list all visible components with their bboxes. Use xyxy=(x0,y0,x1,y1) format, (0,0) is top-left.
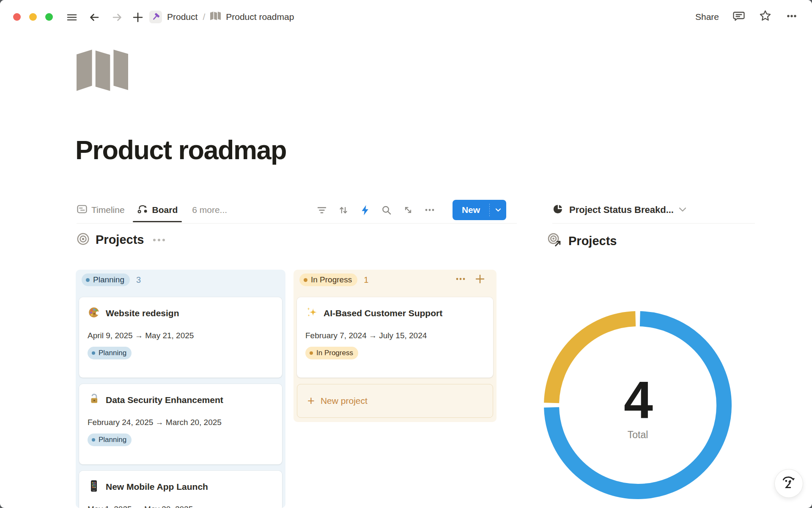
page-title: Product roadmap xyxy=(75,135,286,165)
automation-bolt-icon[interactable] xyxy=(359,204,370,215)
column-add-icon[interactable] xyxy=(475,273,486,286)
column-in-progress: In Progress 1 AI-Based Cus xyxy=(294,270,497,422)
card-dates: May 1, 2025 → May 30, 2025 xyxy=(88,505,274,508)
breadcrumb-separator: / xyxy=(203,12,205,22)
hamburger-menu-icon[interactable] xyxy=(66,11,78,23)
sort-icon[interactable] xyxy=(338,204,349,215)
pie-chart-icon xyxy=(552,203,564,217)
share-button[interactable]: Share xyxy=(695,12,719,22)
status-pill-label: Planning xyxy=(93,275,124,284)
board-columns: Planning 3 Website redesign April 9, 202… xyxy=(76,270,497,508)
board-section-title: Projects xyxy=(96,233,144,247)
board-icon xyxy=(137,203,148,217)
new-button[interactable]: New xyxy=(453,200,506,220)
view-options-icon[interactable] xyxy=(424,204,435,215)
view-tab-bar: Timeline Board 6 more... xyxy=(77,197,517,224)
filter-icon[interactable] xyxy=(316,204,327,215)
column-count: 3 xyxy=(136,275,141,285)
chevron-down-icon[interactable] xyxy=(490,208,506,212)
tab-board-label: Board xyxy=(152,205,178,215)
chart-selector-bar: Project Status Breakd... xyxy=(552,197,755,224)
status-pill-planning[interactable]: Planning xyxy=(82,273,130,286)
zoom-window-button[interactable] xyxy=(45,13,53,21)
column-in-progress-header: In Progress 1 xyxy=(299,273,491,287)
status-dot xyxy=(92,351,95,355)
tab-board[interactable]: Board xyxy=(137,197,178,223)
assistant-face-icon xyxy=(781,474,797,493)
comment-icon[interactable] xyxy=(732,10,745,25)
page-icon-map[interactable] xyxy=(77,49,128,94)
column-actions xyxy=(455,273,486,286)
chevron-down-icon[interactable] xyxy=(679,206,686,214)
section-more-button[interactable] xyxy=(153,239,165,241)
card-title: AI-Based Customer Support xyxy=(324,308,442,318)
breadcrumb: Product / Product roadmap xyxy=(149,0,294,34)
card-dates: February 7, 2024 → July 15, 2024 xyxy=(305,331,485,340)
new-project-button[interactable]: + New project xyxy=(297,384,493,418)
titlebar-actions: Share xyxy=(695,0,798,34)
timeline-icon xyxy=(77,204,88,217)
chart-section-head: Projects xyxy=(547,232,617,249)
close-window-button[interactable] xyxy=(13,13,21,21)
mobile-phone-icon xyxy=(88,480,100,494)
column-more-icon[interactable] xyxy=(455,273,466,286)
donut-total-value: 4 xyxy=(595,373,680,426)
forward-icon[interactable] xyxy=(111,11,123,23)
minimize-window-button[interactable] xyxy=(29,13,37,21)
status-dot xyxy=(92,438,95,442)
back-icon[interactable] xyxy=(88,11,100,23)
map-icon xyxy=(210,11,221,22)
donut-total-label: Total xyxy=(595,429,680,441)
chart-selector-label[interactable]: Project Status Breakd... xyxy=(569,204,674,215)
column-count: 1 xyxy=(364,275,368,285)
status-dot xyxy=(310,351,313,355)
palette-icon xyxy=(88,306,100,320)
search-icon[interactable] xyxy=(381,204,392,215)
project-card-ai-support[interactable]: AI-Based Customer Support February 7, 20… xyxy=(297,297,493,378)
more-views-button[interactable]: 6 more... xyxy=(192,205,227,215)
tab-timeline[interactable]: Timeline xyxy=(77,197,125,223)
new-tab-plus-icon[interactable] xyxy=(132,11,144,23)
column-planning-header: Planning 3 xyxy=(82,273,280,287)
assistant-button[interactable] xyxy=(775,469,803,497)
card-status-label: Planning xyxy=(99,436,126,444)
open-lock-icon xyxy=(88,393,100,407)
card-status-tag: Planning xyxy=(88,347,132,359)
board-section-head: Projects xyxy=(77,232,165,247)
new-project-label: New project xyxy=(321,396,368,406)
card-status-tag: In Progress xyxy=(305,347,358,359)
card-dates: February 24, 2025 → March 20, 2025 xyxy=(88,418,274,427)
window-controls xyxy=(13,13,53,21)
product-app-icon[interactable] xyxy=(149,11,162,23)
status-pill-in-progress[interactable]: In Progress xyxy=(299,273,357,286)
project-card-data-security[interactable]: Data Security Enhancement February 24, 2… xyxy=(79,384,282,464)
column-planning: Planning 3 Website redesign April 9, 202… xyxy=(76,270,285,508)
target-icon xyxy=(77,232,90,247)
sparkles-icon xyxy=(305,306,318,320)
tab-timeline-label: Timeline xyxy=(91,205,125,215)
card-status-tag: Planning xyxy=(88,433,132,446)
window-titlebar: Product / Product roadmap Share xyxy=(0,0,812,34)
project-card-mobile-app[interactable]: New Mobile App Launch May 1, 2025 → May … xyxy=(79,471,282,508)
star-icon[interactable] xyxy=(759,9,772,25)
card-title: Data Security Enhancement xyxy=(106,395,223,405)
card-status-label: Planning xyxy=(99,349,126,357)
chart-section-title[interactable]: Projects xyxy=(568,234,617,248)
expand-icon[interactable] xyxy=(403,204,414,215)
linked-target-icon xyxy=(547,232,562,249)
more-icon[interactable] xyxy=(785,10,798,25)
card-status-label: In Progress xyxy=(316,349,353,357)
status-pill-label: In Progress xyxy=(311,275,352,284)
project-card-website-redesign[interactable]: Website redesign April 9, 2025 → May 21,… xyxy=(79,297,282,378)
app-window: Product / Product roadmap Share Product … xyxy=(0,0,812,508)
status-dot xyxy=(304,278,307,282)
breadcrumb-team[interactable]: Product xyxy=(167,12,198,22)
view-toolbar: New xyxy=(316,200,517,220)
status-dot xyxy=(86,278,90,282)
breadcrumb-page[interactable]: Product roadmap xyxy=(226,12,294,22)
plus-icon: + xyxy=(307,395,315,407)
card-dates: April 9, 2025 → May 21, 2025 xyxy=(88,331,274,340)
card-title: Website redesign xyxy=(106,308,179,318)
new-button-label: New xyxy=(453,205,489,215)
card-title: New Mobile App Launch xyxy=(106,482,208,492)
